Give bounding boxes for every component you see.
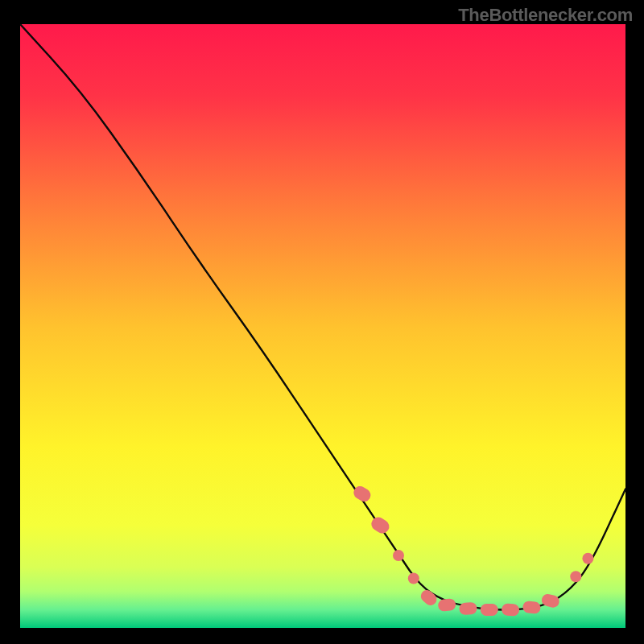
- data-marker: [481, 604, 498, 616]
- chart-svg: [0, 0, 644, 644]
- data-marker: [582, 553, 593, 564]
- data-marker: [570, 571, 581, 582]
- chart-container: TheBottlenecker.com: [0, 0, 644, 644]
- attribution-label: TheBottlenecker.com: [458, 5, 633, 26]
- data-marker: [393, 550, 404, 561]
- data-marker: [408, 573, 419, 584]
- data-marker: [502, 603, 520, 616]
- plot-background: [20, 24, 625, 628]
